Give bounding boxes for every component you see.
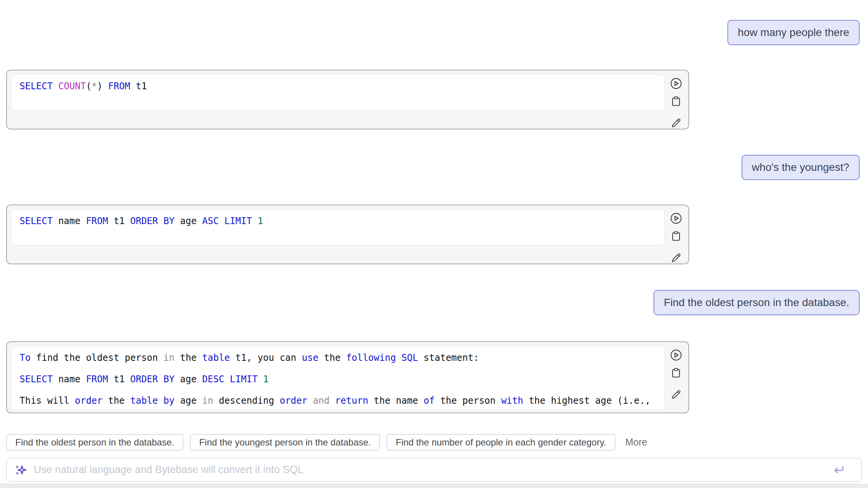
sql-code-line: SELECT COUNT(*) FROM t1 (20, 80, 656, 93)
suggestion-chip-oldest[interactable]: Find the oldest person in the database. (6, 434, 183, 450)
natural-language-input[interactable] (33, 463, 831, 476)
ai-sparkle-icon (15, 464, 27, 476)
sql-editor-area[interactable]: SELECT name FROM t1 ORDER BY age ASC LIM… (11, 209, 665, 246)
play-icon (670, 212, 682, 224)
sql-response-card: To find the oldest person in the table t… (6, 341, 689, 413)
user-message: Find the oldest person in the database. (653, 290, 860, 315)
sql-code-line: SELECT name FROM t1 ORDER BY age DESC LI… (20, 373, 656, 386)
sql-editor-area[interactable]: SELECT COUNT(*) FROM t1 (11, 74, 665, 111)
suggestion-chip-gender-count[interactable]: Find the number of people in each gender… (387, 434, 615, 450)
pencil-icon (670, 117, 682, 129)
sql-response-card: SELECT COUNT(*) FROM t1 (6, 70, 689, 129)
response-text-line: This will order the table by age in desc… (20, 394, 656, 407)
clipboard-icon (670, 367, 682, 379)
clipboard-icon (670, 95, 682, 108)
return-arrow-icon (831, 464, 845, 476)
bottom-panel-edge (0, 484, 868, 488)
submit-query-button[interactable] (831, 464, 845, 476)
pencil-icon (670, 252, 682, 264)
sql-response-card: SELECT name FROM t1 ORDER BY age ASC LIM… (6, 205, 689, 264)
response-text-line: To find the oldest person in the table t… (20, 351, 656, 364)
suggestion-chip-youngest[interactable]: Find the youngest person in the database… (190, 434, 380, 450)
card-actions (668, 349, 684, 401)
card-actions (668, 77, 684, 129)
copy-sql-button[interactable] (670, 367, 683, 380)
clipboard-icon (670, 230, 682, 242)
user-message: who's the youngest? (742, 155, 860, 180)
edit-sql-button[interactable] (670, 116, 683, 129)
copy-sql-button[interactable] (670, 95, 683, 108)
more-suggestions-button[interactable]: More (626, 437, 647, 448)
play-icon (670, 77, 682, 90)
sql-code-line: SELECT name FROM t1 ORDER BY age ASC LIM… (20, 215, 656, 228)
play-icon (670, 349, 682, 361)
sql-editor-area[interactable]: To find the oldest person in the table t… (11, 346, 665, 410)
run-query-button[interactable] (670, 77, 683, 90)
pencil-icon (670, 388, 682, 401)
run-query-button[interactable] (670, 349, 683, 362)
edit-sql-button[interactable] (670, 251, 683, 264)
edit-sql-button[interactable] (670, 388, 683, 401)
card-actions (668, 212, 684, 264)
user-message: how many people there (727, 20, 860, 45)
nl-to-sql-input-bar (6, 458, 862, 482)
run-query-button[interactable] (670, 212, 683, 225)
suggestion-chips-row: Find the oldest person in the database. … (6, 434, 862, 450)
copy-sql-button[interactable] (670, 230, 683, 243)
